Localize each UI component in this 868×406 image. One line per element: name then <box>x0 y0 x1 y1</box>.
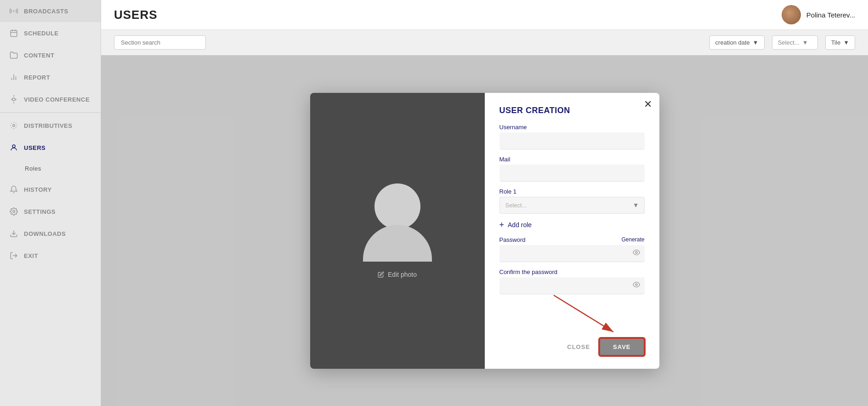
sort-button[interactable]: creation date ▼ <box>709 35 765 50</box>
modal-overlay: Edit photo ✕ USER CREATION Username Mail <box>101 55 868 406</box>
content-area: Edit photo ✕ USER CREATION Username Mail <box>101 55 868 406</box>
sidebar-label-users: USERS <box>24 144 45 151</box>
sidebar-item-video-conference[interactable]: VIDEO CONFERENCE <box>0 88 101 110</box>
avatar-body <box>363 225 432 262</box>
mail-input[interactable] <box>499 165 645 182</box>
confirm-password-eye-icon[interactable] <box>633 281 640 290</box>
password-eye-icon[interactable] <box>633 249 640 258</box>
sidebar-item-downloads[interactable]: DOWNLOADS <box>0 223 101 245</box>
confirm-password-label: Confirm the password <box>499 269 645 275</box>
svg-point-14 <box>635 284 637 286</box>
svg-point-13 <box>635 252 637 253</box>
svg-point-9 <box>12 145 15 148</box>
svg-point-10 <box>13 211 15 213</box>
username-field-group: Username <box>499 124 645 149</box>
add-role-label: Add role <box>508 221 532 229</box>
sidebar-label-history: HISTORY <box>24 186 52 193</box>
sidebar-divider <box>0 112 101 113</box>
add-role-button[interactable]: + Add role <box>499 220 645 230</box>
sidebar-label-roles: Roles <box>25 165 41 172</box>
user-name: Polina Teterev... <box>806 11 855 19</box>
history-icon <box>9 185 18 194</box>
username-label: Username <box>499 124 645 131</box>
view-select[interactable]: Tile ▼ <box>825 35 855 50</box>
report-icon <box>9 73 18 82</box>
sidebar-label-distributives: DISTRIBUTIVES <box>24 122 72 129</box>
user-creation-modal: Edit photo ✕ USER CREATION Username Mail <box>310 93 659 369</box>
sort-chevron-icon: ▼ <box>753 39 759 46</box>
password-input[interactable] <box>499 245 645 262</box>
exit-icon <box>9 251 18 260</box>
modal-title: USER CREATION <box>499 106 645 115</box>
mail-label: Mail <box>499 156 645 163</box>
sidebar-label-downloads: DOWNLOADS <box>24 230 66 237</box>
avatar-circle <box>374 183 420 229</box>
downloads-icon <box>9 229 18 238</box>
save-button[interactable]: SAVE <box>599 338 644 356</box>
broadcasts-icon <box>9 6 18 16</box>
sidebar-label-report: REPORT <box>24 74 50 81</box>
sidebar-item-history[interactable]: HISTORY <box>0 178 101 200</box>
sidebar-item-broadcasts[interactable]: BROADCASTS <box>0 0 101 22</box>
header-user: Polina Teterev... <box>782 5 855 24</box>
settings-icon <box>9 207 18 216</box>
role-field-group: Role 1 Select... ▼ <box>499 188 645 214</box>
sidebar-label-settings: SETTINGS <box>24 208 56 215</box>
role-select[interactable]: Select... <box>499 197 645 214</box>
role-label: Role 1 <box>499 188 645 195</box>
schedule-icon <box>9 29 18 38</box>
header: USERS Polina Teterev... <box>101 0 868 30</box>
view-label: Tile <box>831 39 840 46</box>
sidebar-label-exit: EXIT <box>24 252 38 259</box>
sidebar-item-content[interactable]: CONTENT <box>0 44 101 66</box>
modal-photo-panel: Edit photo <box>310 93 485 369</box>
confirm-password-field-group: Confirm the password <box>499 269 645 294</box>
role-select-wrapper: Select... ▼ <box>499 197 645 214</box>
distributives-icon <box>9 121 18 130</box>
toolbar: creation date ▼ Select... ▼ Tile ▼ <box>101 30 868 55</box>
search-input[interactable] <box>114 35 206 50</box>
user-avatar-placeholder <box>363 183 432 262</box>
modal-form-panel: ✕ USER CREATION Username Mail Role 1 <box>485 93 659 369</box>
sidebar-label-video-conference: VIDEO CONFERENCE <box>24 96 90 103</box>
close-button[interactable]: CLOSE <box>567 343 590 350</box>
sidebar-item-distributives[interactable]: DISTRIBUTIVES <box>0 114 101 137</box>
password-input-wrapper <box>499 245 645 262</box>
content-icon <box>9 51 18 60</box>
modal-close-button[interactable]: ✕ <box>644 99 652 109</box>
password-row: Password Generate <box>499 236 645 243</box>
svg-point-7 <box>12 98 15 101</box>
username-input[interactable] <box>499 132 645 149</box>
sidebar-item-settings[interactable]: SETTINGS <box>0 200 101 223</box>
sidebar-item-report[interactable]: REPORT <box>0 66 101 88</box>
mail-field-group: Mail <box>499 156 645 182</box>
svg-point-8 <box>13 125 15 127</box>
confirm-password-input-wrapper <box>499 277 645 294</box>
view-chevron-icon: ▼ <box>843 39 849 46</box>
confirm-password-input[interactable] <box>499 277 645 294</box>
svg-rect-0 <box>11 30 17 37</box>
sidebar-label-broadcasts: BROADCASTS <box>24 8 68 15</box>
avatar-image <box>782 5 801 24</box>
edit-photo-label: Edit photo <box>388 271 417 278</box>
sidebar-item-schedule[interactable]: SCHEDULE <box>0 22 101 44</box>
modal-footer: CLOSE SAVE <box>499 333 645 356</box>
edit-photo-button[interactable]: Edit photo <box>378 271 417 278</box>
sidebar-label-schedule: SCHEDULE <box>24 30 59 37</box>
sidebar-item-exit[interactable]: EXIT <box>0 245 101 267</box>
main-content: USERS Polina Teterev... creation date ▼ … <box>101 0 868 406</box>
filter-label: Select... <box>778 39 800 46</box>
filter-select[interactable]: Select... ▼ <box>772 35 818 50</box>
password-label: Password <box>499 236 526 243</box>
generate-link[interactable]: Generate <box>621 236 644 243</box>
sidebar: BROADCASTS SCHEDULE CONTENT REPORT VIDEO… <box>0 0 101 406</box>
avatar <box>782 5 801 24</box>
page-title: USERS <box>114 8 158 22</box>
sidebar-item-roles[interactable]: Roles <box>0 159 101 178</box>
video-conference-icon <box>9 95 18 104</box>
svg-line-16 <box>554 295 613 332</box>
sidebar-label-content: CONTENT <box>24 52 54 59</box>
sidebar-item-users[interactable]: USERS <box>0 137 101 159</box>
users-icon <box>9 143 18 152</box>
edit-icon <box>378 271 384 278</box>
